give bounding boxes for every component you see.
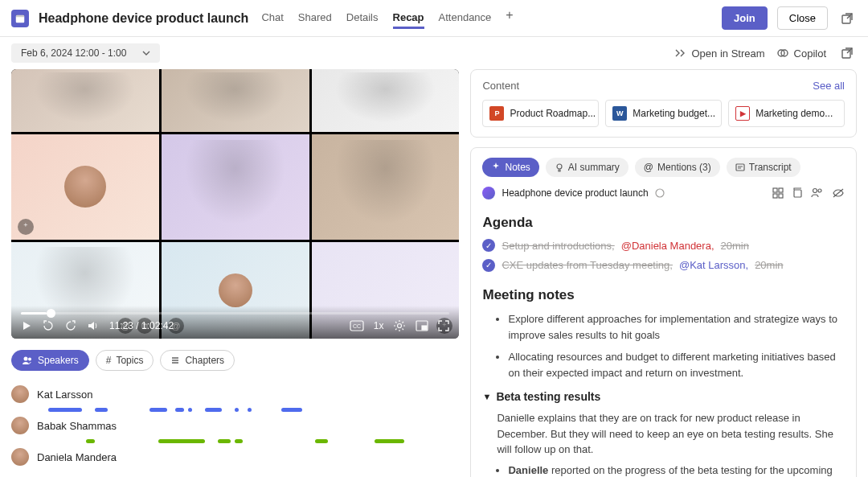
notes-tabs: Notes AI summary @Mentions (3) Transcrip… (482, 158, 845, 177)
hide-icon[interactable] (832, 187, 845, 199)
svg-rect-19 (779, 194, 783, 198)
pip-icon[interactable] (416, 320, 428, 331)
notes-bullets: Explore different approaches for impleme… (482, 311, 840, 380)
svg-point-15 (656, 189, 664, 197)
fullscreen-icon[interactable] (438, 320, 449, 331)
stream-icon (674, 47, 686, 60)
subheader: Feb 6, 2024 12:00 - 1:00 Open in Stream … (0, 37, 868, 69)
app-header: Headphone device product launch Chat Sha… (0, 0, 868, 37)
svg-rect-16 (773, 188, 777, 192)
speaker-name: Kat Larsson (37, 389, 92, 401)
rewind-10-icon[interactable] (42, 319, 55, 332)
note-bullet[interactable]: Explore different approaches for impleme… (508, 311, 840, 343)
join-button[interactable]: Join (722, 6, 768, 30)
date-range-text: Feb 6, 2024 12:00 - 1:00 (21, 47, 126, 59)
view-tabs: Speakers # Topics Chapters (11, 350, 459, 371)
content-heading: Content (482, 80, 519, 92)
date-range-picker[interactable]: Feb 6, 2024 12:00 - 1:00 (11, 43, 160, 63)
tab-attendance[interactable]: Attendance (439, 8, 492, 29)
tab-chat[interactable]: Chat (261, 8, 283, 29)
add-tab-button[interactable]: + (506, 8, 513, 29)
notes-tab-transcript[interactable]: Transcript (727, 158, 800, 177)
chapters-tab[interactable]: Chapters (160, 350, 235, 371)
video-progress-bar[interactable] (21, 312, 449, 315)
tab-recap[interactable]: Recap (393, 8, 424, 29)
avatar (11, 417, 29, 434)
playback-speed[interactable]: 1x (374, 320, 384, 331)
sparkle-icon (491, 162, 501, 172)
hash-icon: # (106, 355, 112, 366)
notes-tab-mentions[interactable]: @Mentions (3) (635, 158, 720, 177)
forward-10-icon[interactable] (64, 319, 77, 332)
speaker-timeline (35, 439, 459, 443)
agenda-heading: Agenda (482, 212, 840, 233)
share-people-icon[interactable] (811, 187, 824, 199)
left-column: ⁺ @ ⧉ @ ⁺ 11:23 / 1:02:42 (11, 69, 459, 477)
chevron-down-icon[interactable]: ▼ (482, 390, 491, 404)
svg-rect-18 (773, 194, 777, 198)
notes-doc-title[interactable]: Headphone device product launch (502, 187, 648, 199)
speaker-name: Babak Shammas (37, 420, 117, 432)
notes-tab-ai[interactable]: AI summary (546, 158, 628, 177)
see-all-link[interactable]: See all (813, 80, 845, 92)
notes-tab-notes[interactable]: Notes (482, 158, 538, 177)
speaker-name: Daniela Mandera (37, 451, 117, 463)
volume-icon[interactable] (87, 319, 100, 332)
open-in-stream-link[interactable]: Open in Stream (674, 47, 764, 60)
agenda-item[interactable]: ✓ CXE updates from Tuesday meeting, @Kat… (482, 257, 840, 273)
speaker-row[interactable]: Kat Larsson (11, 380, 459, 408)
participant-tile (162, 134, 309, 239)
notes-doc-header: Headphone device product launch (482, 187, 845, 199)
file-item[interactable]: WMarketing budget... (605, 100, 722, 127)
loop-icon (482, 187, 495, 199)
participant-tile (162, 69, 309, 132)
calendar-app-icon (11, 10, 29, 27)
speakers-tab[interactable]: Speakers (11, 350, 89, 371)
topics-tab[interactable]: # Topics (96, 350, 154, 371)
avatar (11, 448, 29, 466)
info-icon[interactable] (655, 188, 665, 198)
notes-body[interactable]: Agenda ✓ Setup and introductions, @Danie… (482, 208, 845, 477)
beta-heading[interactable]: ▼ Beta testing results (482, 389, 840, 405)
subheader-popout-icon[interactable] (837, 43, 857, 63)
settings-gear-icon[interactable] (393, 319, 406, 332)
meeting-title: Headphone device product launch (39, 11, 248, 26)
svg-point-8 (398, 324, 402, 328)
svg-rect-17 (779, 188, 783, 192)
captions-icon[interactable]: CC (350, 320, 364, 331)
agenda-item[interactable]: ✓ Setup and introductions, @Daniela Mand… (482, 238, 840, 254)
close-button[interactable]: Close (777, 6, 828, 30)
play-button-icon[interactable] (21, 320, 32, 331)
files-row: PProduct Roadmap... WMarketing budget...… (482, 100, 845, 127)
svg-rect-14 (736, 164, 744, 171)
transcript-icon (735, 162, 745, 172)
check-icon[interactable]: ✓ (482, 259, 495, 272)
copy-component-icon[interactable] (792, 187, 803, 199)
beta-bullets: Danielle reported on the progress of the… (482, 463, 840, 478)
speaker-timeline (35, 408, 459, 412)
file-item[interactable]: ▶Marketing demo... (728, 100, 845, 127)
copilot-link[interactable]: Copilot (776, 47, 826, 60)
speaker-row[interactable]: Babak Shammas (11, 412, 459, 439)
meeting-notes-heading: Meeting notes (482, 285, 840, 306)
note-bullet[interactable]: Danielle reported on the progress of the… (508, 463, 840, 478)
content-card: Content See all PProduct Roadmap... WMar… (470, 69, 857, 138)
add-people-icon: ⁺ (18, 219, 34, 235)
file-item[interactable]: PProduct Roadmap... (482, 100, 599, 127)
check-icon[interactable]: ✓ (482, 239, 495, 252)
tab-shared[interactable]: Shared (298, 8, 332, 29)
grid-icon[interactable] (772, 187, 784, 199)
speaker-row[interactable]: Daniela Mandera (11, 443, 459, 471)
right-column: Content See all PProduct Roadmap... WMar… (470, 69, 857, 477)
avatar (11, 385, 29, 403)
svg-point-22 (818, 189, 821, 192)
popout-icon[interactable] (837, 9, 857, 28)
word-icon: W (612, 106, 627, 121)
chevron-down-icon (142, 49, 150, 57)
tab-details[interactable]: Details (346, 8, 379, 29)
speakers-list: Kat Larsson Babak Shammas Daniela Mander… (11, 380, 459, 471)
beta-text[interactable]: Danielle explains that they are on track… (482, 410, 840, 458)
svg-rect-1 (16, 14, 25, 17)
video-player[interactable]: ⁺ @ ⧉ @ ⁺ 11:23 / 1:02:42 (11, 69, 459, 339)
note-bullet[interactable]: Allocating resources and budget to diffe… (508, 349, 840, 380)
